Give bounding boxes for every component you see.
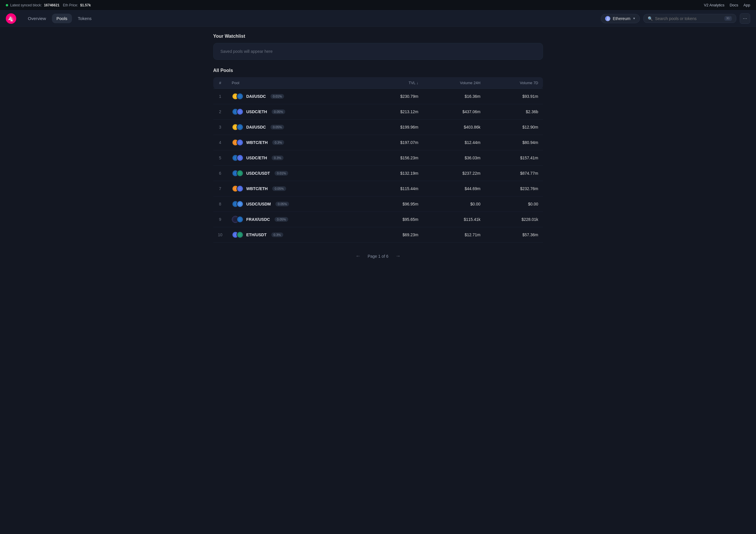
row-pool: DAI/USDC 0.05% — [227, 120, 366, 135]
search-input[interactable] — [655, 16, 722, 21]
row-vol7d: $232.76m — [485, 181, 543, 197]
pool-name: USDC/ETH — [246, 109, 267, 114]
search-icon: 🔍 — [648, 16, 653, 21]
token2-icon — [236, 185, 243, 192]
row-num: 10 — [213, 227, 227, 243]
row-vol7d: $2.36b — [485, 104, 543, 120]
network-selector[interactable]: Ξ Ethereum ▼ — [601, 14, 640, 23]
table-row[interactable]: 3 DAI/USDC 0.05% $199.96m $403.86k $12.9… — [213, 120, 543, 135]
pool-name: DAI/USDC — [246, 125, 266, 129]
pool-name: ETH/USDT — [246, 232, 267, 237]
row-vol7d: $80.94m — [485, 135, 543, 150]
fee-badge: 0.05% — [272, 186, 286, 191]
token-icons — [232, 170, 243, 177]
token2-icon — [236, 170, 243, 177]
row-num: 6 — [213, 166, 227, 181]
row-num: 3 — [213, 120, 227, 135]
nav-overview[interactable]: Overview — [23, 13, 51, 23]
row-tvl: $95.65m — [366, 212, 423, 227]
row-num: 1 — [213, 89, 227, 104]
row-vol7d: $12.90m — [485, 120, 543, 135]
row-pool: USDC/USDT 0.01% — [227, 166, 366, 181]
sync-block: 16746621 — [44, 3, 59, 7]
token2-icon — [236, 216, 243, 223]
token-icons — [232, 216, 243, 223]
pools-title: All Pools — [213, 68, 543, 73]
token-icons — [232, 200, 243, 207]
pools-table: # Pool TVL ↓ Volume 24H Volume 7D 1 — [213, 77, 543, 243]
fee-badge: 0.3% — [272, 155, 284, 160]
row-tvl: $213.12m — [366, 104, 423, 120]
v2-analytics-link[interactable]: V2 Analytics — [704, 3, 724, 7]
watchlist-empty: Saved pools will appear here — [213, 43, 543, 60]
app-link[interactable]: App — [743, 3, 750, 7]
token2-icon — [236, 231, 243, 238]
table-row[interactable]: 10 ETH/USDT 0.3% $69.23m $12.71m $57.36m — [213, 227, 543, 243]
row-tvl: $199.96m — [366, 120, 423, 135]
row-vol7d: $0.00 — [485, 197, 543, 212]
row-vol24: $237.22m — [423, 166, 485, 181]
row-vol24: $437.06m — [423, 104, 485, 120]
row-pool: WBTC/ETH 0.05% — [227, 181, 366, 197]
fee-badge: 0.05% — [270, 125, 284, 129]
topbar-right: V2 Analytics Docs App — [704, 3, 750, 7]
table-row[interactable]: 7 WBTC/ETH 0.05% $115.44m $44.69m $232.7… — [213, 181, 543, 197]
token2-icon — [236, 93, 243, 100]
more-button[interactable]: ··· — [740, 13, 750, 24]
table-row[interactable]: 9 FRAX/USDC 0.05% $95.65m $115.41k $228.… — [213, 212, 543, 227]
fee-badge: 0.05% — [272, 109, 285, 114]
fee-badge: 0.05% — [275, 217, 288, 222]
row-vol7d: $57.36m — [485, 227, 543, 243]
row-tvl: $69.23m — [366, 227, 423, 243]
row-pool: ETH/USDT 0.3% — [227, 227, 366, 243]
col-tvl[interactable]: TVL ↓ — [366, 77, 423, 89]
svg-text:🦄: 🦄 — [8, 15, 14, 22]
row-vol7d: $157.41m — [485, 150, 543, 166]
prev-page-button[interactable]: ← — [353, 252, 363, 260]
logo[interactable]: 🦄 — [6, 13, 16, 24]
row-tvl: $156.23m — [366, 150, 423, 166]
row-num: 7 — [213, 181, 227, 197]
row-tvl: $115.44m — [366, 181, 423, 197]
row-vol24: $12.44m — [423, 135, 485, 150]
nav-tokens[interactable]: Tokens — [73, 13, 96, 23]
fee-badge: 0.05% — [275, 202, 289, 206]
col-vol7d: Volume 7D — [485, 77, 543, 89]
token-icons — [232, 93, 243, 100]
table-row[interactable]: 1 DAI/USDC 0.01% $230.79m $16.36m $93.91… — [213, 89, 543, 104]
row-vol24: $403.86k — [423, 120, 485, 135]
pools-table-body: 1 DAI/USDC 0.01% $230.79m $16.36m $93.91… — [213, 89, 543, 243]
nav-pools[interactable]: Pools — [52, 13, 72, 23]
pools-section: All Pools # Pool TVL ↓ Volume 24H Volume… — [213, 68, 543, 243]
docs-link[interactable]: Docs — [730, 3, 738, 7]
table-row[interactable]: 5 USDC/ETH 0.3% $156.23m $36.03m $157.41… — [213, 150, 543, 166]
navbar: 🦄 Overview Pools Tokens Ξ Ethereum ▼ 🔍 ⌘… — [0, 11, 756, 27]
fee-badge: 0.01% — [275, 171, 288, 175]
pool-name: FRAX/USDC — [246, 217, 270, 222]
row-pool: FRAX/USDC 0.05% — [227, 212, 366, 227]
next-page-button[interactable]: → — [393, 252, 403, 260]
topbar-left: Latest synced block: 16746621 Eth Price:… — [6, 3, 91, 7]
row-vol24: $115.41k — [423, 212, 485, 227]
search-bar[interactable]: 🔍 ⌘/ — [643, 14, 736, 23]
pool-name: WBTC/ETH — [246, 186, 268, 191]
pool-name: WBTC/ETH — [246, 140, 268, 145]
table-row[interactable]: 6 USDC/USDT 0.01% $132.19m $237.22m $874… — [213, 166, 543, 181]
token-icons — [232, 231, 243, 238]
fee-badge: 0.01% — [270, 94, 284, 99]
row-tvl: $132.19m — [366, 166, 423, 181]
row-vol24: $36.03m — [423, 150, 485, 166]
main-content: Your Watchlist Saved pools will appear h… — [204, 27, 552, 274]
row-num: 4 — [213, 135, 227, 150]
table-row[interactable]: 2 USDC/ETH 0.05% $213.12m $437.06m $2.36… — [213, 104, 543, 120]
row-pool: USDC/ETH 0.3% — [227, 150, 366, 166]
token2-icon — [236, 124, 243, 131]
search-shortcut: ⌘/ — [724, 16, 732, 21]
table-row[interactable]: 4 WBTC/ETH 0.3% $197.07m $12.44m $80.94m — [213, 135, 543, 150]
row-vol24: $44.69m — [423, 181, 485, 197]
pool-name: USDC/USDM — [246, 202, 271, 206]
row-tvl: $197.07m — [366, 135, 423, 150]
row-vol7d: $228.01k — [485, 212, 543, 227]
table-row[interactable]: 8 USDC/USDM 0.05% $96.95m $0.00 $0.00 — [213, 197, 543, 212]
network-name: Ethereum — [613, 16, 630, 21]
